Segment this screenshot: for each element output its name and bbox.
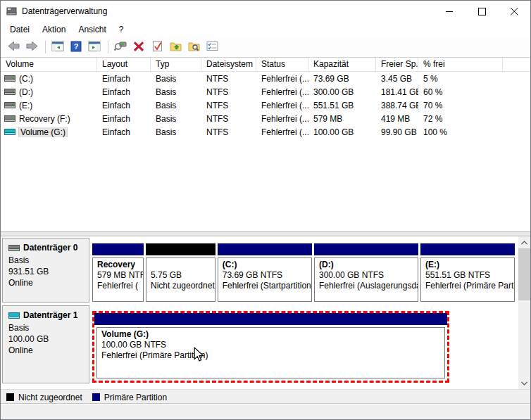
- volume-cell: Fehlerfrei (...: [256, 114, 308, 124]
- partition-name: Recovery: [97, 260, 143, 270]
- volume-cell: Fehlerfrei (...: [256, 74, 308, 84]
- partition-status: Fehlerfrei (Startpartition: [223, 281, 311, 291]
- volume-cell: NTFS: [201, 101, 256, 110]
- action-pane-button[interactable]: [86, 39, 103, 55]
- delete-volume-button[interactable]: [130, 39, 147, 55]
- back-arrow-button[interactable]: [5, 39, 22, 55]
- column-header-layout[interactable]: Layout: [97, 58, 151, 71]
- column-header-freiersp[interactable]: Freier Sp...: [376, 58, 418, 71]
- mark-active-icon: [152, 40, 163, 54]
- partition-status: Fehlerfrei (Auslagerungsdatei: [319, 281, 418, 291]
- partition-status: Nicht zugeordnet: [151, 281, 215, 291]
- volume-row[interactable]: Recovery (F:)EinfachBasisNTFSFehlerfrei …: [1, 112, 530, 125]
- disk-info-line: Online: [8, 277, 89, 288]
- vertical-scrollbar[interactable]: [518, 236, 530, 389]
- volume-cell: Fehlerfrei (...: [256, 87, 308, 97]
- rescan-disks-button[interactable]: [112, 39, 129, 55]
- window-controls: [433, 1, 530, 22]
- volume-cell: 70 %: [418, 101, 503, 110]
- menu-item-datei[interactable]: Datei: [4, 23, 36, 36]
- disk-label-panel-0[interactable]: Datenträger 0Basis931.51 GBOnline: [2, 238, 89, 303]
- rescan-disks-icon: [114, 41, 127, 53]
- legend-item: Nicht zugeordnet: [6, 393, 82, 402]
- partition-body: (C:)73.69 GB NTFSFehlerfrei (Startpartit…: [218, 257, 312, 302]
- titlebar: Datenträgerverwaltung: [1, 1, 530, 22]
- minimize-button[interactable]: [433, 1, 466, 22]
- volume-label: (C:): [19, 74, 33, 84]
- partition-size: 579 MB NTFS: [97, 270, 143, 281]
- volume-cell: NTFS: [201, 74, 256, 84]
- menu-item-ansicht[interactable]: Ansicht: [72, 23, 112, 36]
- maximize-button[interactable]: [466, 1, 498, 22]
- primary-partition-bar: [420, 243, 515, 255]
- scroll-down-button[interactable]: [518, 377, 530, 389]
- volume-cell: Basis: [151, 101, 201, 110]
- forward-arrow-icon: [25, 40, 39, 54]
- explore-folder-button[interactable]: [185, 39, 202, 55]
- forward-arrow-button[interactable]: [23, 39, 40, 55]
- volume-cell: Einfach: [97, 101, 151, 110]
- legend-bar: Nicht zugeordnetPrimäre Partition: [1, 389, 530, 405]
- partition-recovery[interactable]: Recovery579 MB NTFSFehlerfrei (: [92, 243, 144, 302]
- partition-unallocated[interactable]: 5.75 GBNicht zugeordnet: [146, 243, 215, 302]
- partition-name: (D:): [319, 260, 418, 270]
- volume-row[interactable]: (D:)EinfachBasisNTFSFehlerfrei (...300.0…: [1, 85, 530, 98]
- partition-size: 73.69 GB NTFS: [223, 270, 311, 281]
- toolbar-separator: [45, 41, 46, 53]
- close-button[interactable]: [498, 1, 530, 22]
- volume-cell: 99.90 GB: [376, 127, 418, 137]
- volume-cell: Fehlerfrei (...: [256, 101, 308, 110]
- scroll-up-button[interactable]: [518, 236, 530, 248]
- console-tree-button[interactable]: [49, 39, 66, 55]
- legend-item: Primäre Partition: [92, 393, 167, 402]
- disk-info-line: Basis: [8, 322, 89, 333]
- volume-cell: NTFS: [201, 114, 256, 124]
- volume-row[interactable]: Volume (G:)EinfachBasisNTFSFehlerfrei (.…: [1, 125, 530, 139]
- volume-cell: 388.74 GB: [376, 101, 418, 110]
- help-button[interactable]: ?: [68, 39, 85, 55]
- mark-active-button[interactable]: [149, 39, 165, 55]
- column-header-dateisystem[interactable]: Dateisystem: [201, 58, 256, 71]
- partition-name: (E:): [425, 260, 514, 270]
- partitions-area: Recovery579 MB NTFSFehlerfrei (5.75 GBNi…: [92, 243, 517, 302]
- folder-up-button[interactable]: [167, 39, 184, 55]
- partition-body: (D:)300.00 GB NTFSFehlerfrei (Auslagerun…: [314, 257, 418, 302]
- partition-e[interactable]: (E:)551.51 GB NTFSFehlerfrei (Primäre Pa…: [420, 243, 515, 302]
- disk-row-1: Datenträger 1Basis100.00 GBOnlineVolume …: [1, 304, 517, 385]
- volume-row[interactable]: (C:)EinfachBasisNTFSFehlerfrei (...73.69…: [1, 72, 530, 85]
- volume-name-cell: Recovery (F:): [1, 114, 97, 124]
- legend-swatch: [6, 393, 14, 401]
- partition-volumeg[interactable]: Volume (G:)100.00 GB NTFSFehlerfrei (Pri…: [92, 311, 449, 383]
- menu-bar: DateiAktionAnsicht?: [1, 22, 530, 37]
- partition-d[interactable]: (D:)300.00 GB NTFSFehlerfrei (Auslagerun…: [314, 243, 418, 302]
- scrollbar-thumb[interactable]: [518, 248, 530, 300]
- partition-name: [151, 260, 215, 270]
- volume-name-cell: (D:): [1, 87, 97, 97]
- column-header-status[interactable]: Status: [256, 58, 308, 71]
- volume-cell: 419 MB: [376, 114, 418, 124]
- column-header-%frei[interactable]: % frei: [418, 58, 503, 71]
- volume-label: Volume (G:): [19, 127, 67, 137]
- pane-splitter[interactable]: [1, 231, 530, 236]
- partition-status: Fehlerfrei (Primäre Partition: [425, 281, 514, 291]
- partition-body: Recovery579 MB NTFSFehlerfrei (: [92, 257, 144, 302]
- volume-cell: 181.41 GB: [376, 87, 418, 97]
- primary-partition-bar: [92, 243, 144, 255]
- properties-list-button[interactable]: [204, 39, 220, 55]
- disk-label-panel-1[interactable]: Datenträger 1Basis100.00 GBOnline: [2, 305, 89, 383]
- back-arrow-icon: [7, 40, 20, 54]
- console-tree-icon: [51, 41, 64, 54]
- volume-cell: Basis: [151, 74, 201, 84]
- column-header-typ[interactable]: Typ: [151, 58, 201, 71]
- volume-cell: Einfach: [97, 127, 151, 137]
- column-header-kapazitt[interactable]: Kapazität: [308, 58, 376, 71]
- menu-item-aktion[interactable]: Aktion: [36, 23, 72, 36]
- menu-item-?[interactable]: ?: [113, 23, 130, 36]
- partitions-area: Volume (G:)100.00 GB NTFSFehlerfrei (Pri…: [92, 311, 517, 383]
- action-pane-icon: [88, 41, 101, 54]
- column-header-volume[interactable]: Volume: [1, 58, 97, 71]
- volume-cell: Basis: [151, 87, 201, 97]
- partition-c[interactable]: (C:)73.69 GB NTFSFehlerfrei (Startpartit…: [218, 243, 312, 302]
- volume-row[interactable]: (E:)EinfachBasisNTFSFehlerfrei (...551.5…: [1, 98, 530, 112]
- disk-gray-icon: [4, 115, 15, 122]
